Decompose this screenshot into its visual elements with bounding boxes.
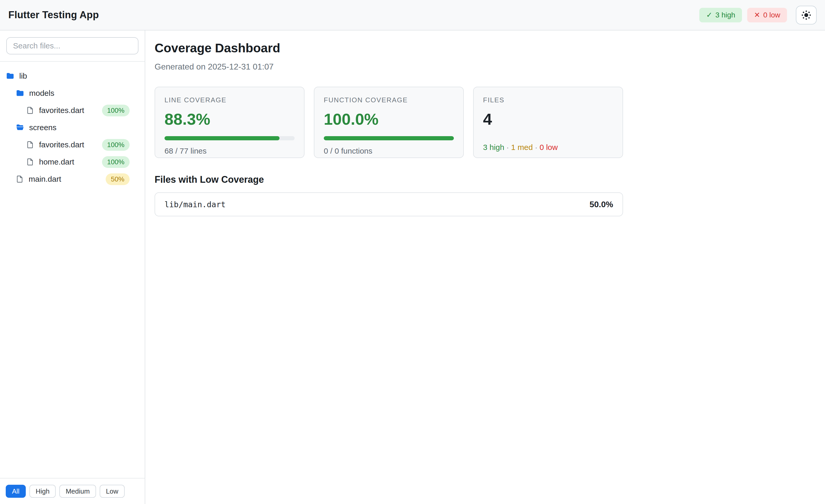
stat-cards: LINE COVERAGE 88.3% 68 / 77 lines FUNCTI… <box>155 87 623 158</box>
function-coverage-value: 100.0% <box>324 110 454 128</box>
filter-bar: All High Medium Low <box>0 478 145 504</box>
tree-item-label: lib <box>19 72 130 80</box>
file-icon <box>26 158 34 166</box>
separator-dot: · <box>504 143 511 151</box>
theme-toggle-button[interactable] <box>796 6 817 24</box>
card-label: LINE COVERAGE <box>164 96 295 104</box>
file-icon <box>16 175 24 183</box>
line-coverage-card: LINE COVERAGE 88.3% 68 / 77 lines <box>155 87 304 158</box>
coverage-badge: 50% <box>106 173 130 185</box>
filter-low-button[interactable]: Low <box>100 485 125 498</box>
topbar-actions: ✓ 3 high ✕ 0 low <box>699 6 817 24</box>
coverage-badge: 100% <box>102 105 130 116</box>
coverage-badge: 100% <box>102 156 130 168</box>
low-coverage-file-path: lib/main.dart <box>164 200 226 209</box>
card-label: FILES <box>483 96 613 104</box>
high-count-label: 3 high <box>716 11 735 19</box>
low-coverage-section-title: Files with Low Coverage <box>155 174 623 185</box>
files-high-count: 3 high <box>483 143 504 151</box>
tree-item-models-favorites[interactable]: favorites.dart 100% <box>0 102 145 119</box>
low-count-badge: ✕ 0 low <box>747 8 787 22</box>
tree-item-label: main.dart <box>29 175 101 184</box>
file-icon <box>26 106 34 115</box>
sidebar: lib models favorites.dart 100% <box>0 30 145 504</box>
files-low-count: 0 low <box>539 143 558 151</box>
filter-all-button[interactable]: All <box>6 485 26 498</box>
function-coverage-detail: 0 / 0 functions <box>324 147 454 155</box>
folder-icon <box>16 89 24 98</box>
tree-item-label: screens <box>29 123 130 132</box>
files-med-count: 1 med <box>511 143 533 151</box>
high-count-badge: ✓ 3 high <box>699 8 742 22</box>
low-coverage-percent: 50.0% <box>590 200 613 209</box>
page-title: Coverage Dashboard <box>155 41 623 55</box>
filter-high-button[interactable]: High <box>29 485 56 498</box>
folder-open-icon <box>16 123 24 132</box>
tree-item-main[interactable]: main.dart 50% <box>0 170 145 188</box>
card-label: FUNCTION COVERAGE <box>324 96 454 104</box>
file-icon <box>26 141 34 149</box>
tree-item-models[interactable]: models <box>0 85 145 102</box>
search-input[interactable] <box>6 37 139 54</box>
filter-medium-button[interactable]: Medium <box>59 485 96 498</box>
sun-icon <box>801 9 812 21</box>
progress-track <box>164 136 295 140</box>
tree-item-screens-favorites[interactable]: favorites.dart 100% <box>0 136 145 153</box>
tree-item-home[interactable]: home.dart 100% <box>0 153 145 170</box>
main-content: Coverage Dashboard Generated on 2025-12-… <box>145 30 825 504</box>
files-card: FILES 4 3 high·1 med·0 low <box>473 87 623 158</box>
tree-item-screens[interactable]: screens <box>0 119 145 136</box>
file-tree: lib models favorites.dart 100% <box>0 62 145 478</box>
generated-timestamp: Generated on 2025-12-31 01:07 <box>155 62 623 72</box>
tree-item-label: home.dart <box>39 157 97 166</box>
search-section <box>0 30 145 62</box>
progress-fill <box>164 136 280 140</box>
progress-fill <box>324 136 454 140</box>
x-icon: ✕ <box>754 11 760 19</box>
tree-item-label: favorites.dart <box>39 140 97 149</box>
folder-icon <box>6 72 15 80</box>
topbar: Flutter Testing App ✓ 3 high ✕ 0 low <box>0 0 825 30</box>
line-coverage-detail: 68 / 77 lines <box>164 147 295 155</box>
tree-item-label: favorites.dart <box>39 106 97 115</box>
function-coverage-card: FUNCTION COVERAGE 100.0% 0 / 0 functions <box>314 87 464 158</box>
separator-dot: · <box>533 143 539 151</box>
files-breakdown: 3 high·1 med·0 low <box>483 143 613 152</box>
tree-item-label: models <box>29 89 130 98</box>
app-title: Flutter Testing App <box>8 9 99 20</box>
tree-item-lib[interactable]: lib <box>0 67 145 85</box>
line-coverage-value: 88.3% <box>164 110 295 128</box>
coverage-badge: 100% <box>102 139 130 151</box>
progress-track <box>324 136 454 140</box>
files-count-value: 4 <box>483 110 613 128</box>
check-icon: ✓ <box>706 11 712 19</box>
low-coverage-row[interactable]: lib/main.dart 50.0% <box>155 192 623 216</box>
low-count-label: 0 low <box>763 11 780 19</box>
